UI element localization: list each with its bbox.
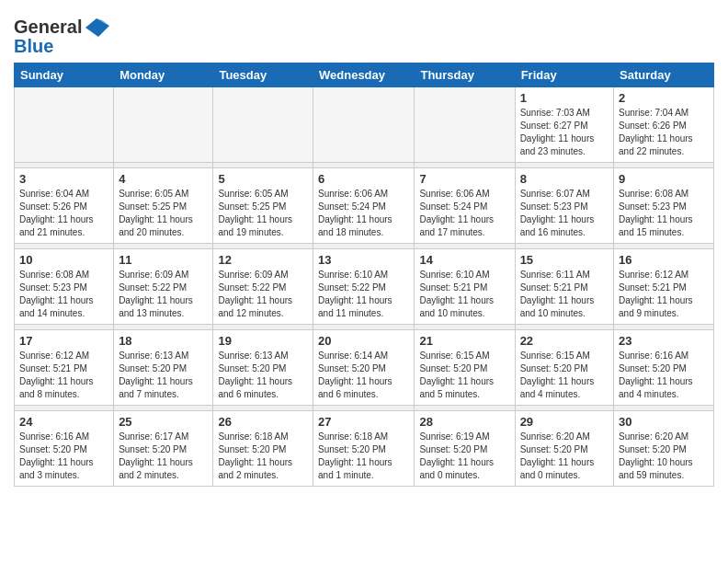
day-info: Sunrise: 6:05 AM Sunset: 5:25 PM Dayligh… <box>218 188 308 239</box>
day-info: Sunrise: 6:10 AM Sunset: 5:22 PM Dayligh… <box>318 269 409 320</box>
day-number: 17 <box>19 334 108 348</box>
calendar-cell: 18Sunrise: 6:13 AM Sunset: 5:20 PM Dayli… <box>114 330 213 406</box>
logo-bird-icon <box>85 18 109 37</box>
day-number: 26 <box>218 415 308 429</box>
calendar-cell: 2Sunrise: 7:04 AM Sunset: 6:26 PM Daylig… <box>614 87 714 163</box>
page: General Blue SundayMondayTuesdayWednesda… <box>0 0 728 496</box>
day-info: Sunrise: 6:13 AM Sunset: 5:20 PM Dayligh… <box>218 350 308 401</box>
calendar-cell: 23Sunrise: 6:16 AM Sunset: 5:20 PM Dayli… <box>614 330 714 406</box>
day-number: 18 <box>119 334 208 348</box>
calendar-cell: 16Sunrise: 6:12 AM Sunset: 5:21 PM Dayli… <box>614 249 714 325</box>
calendar-header-monday: Monday <box>114 63 213 87</box>
day-info: Sunrise: 6:18 AM Sunset: 5:20 PM Dayligh… <box>218 431 308 482</box>
day-number: 10 <box>19 253 108 267</box>
calendar-cell: 21Sunrise: 6:15 AM Sunset: 5:20 PM Dayli… <box>415 330 515 406</box>
calendar-cell: 15Sunrise: 6:11 AM Sunset: 5:21 PM Dayli… <box>515 249 613 325</box>
day-info: Sunrise: 6:05 AM Sunset: 5:25 PM Dayligh… <box>119 188 208 239</box>
day-info: Sunrise: 6:14 AM Sunset: 5:20 PM Dayligh… <box>318 350 409 401</box>
day-number: 4 <box>119 172 208 186</box>
calendar-cell: 17Sunrise: 6:12 AM Sunset: 5:21 PM Dayli… <box>15 330 114 406</box>
calendar-cell: 26Sunrise: 6:18 AM Sunset: 5:20 PM Dayli… <box>213 411 313 487</box>
calendar-cell <box>114 87 213 163</box>
day-number: 14 <box>419 253 509 267</box>
day-number: 12 <box>218 253 308 267</box>
day-info: Sunrise: 6:12 AM Sunset: 5:21 PM Dayligh… <box>619 269 709 320</box>
calendar-cell: 12Sunrise: 6:09 AM Sunset: 5:22 PM Dayli… <box>213 249 313 325</box>
day-number: 22 <box>520 334 609 348</box>
day-number: 28 <box>419 415 509 429</box>
day-info: Sunrise: 6:10 AM Sunset: 5:21 PM Dayligh… <box>419 269 509 320</box>
calendar-table: SundayMondayTuesdayWednesdayThursdayFrid… <box>14 63 714 487</box>
calendar-header-friday: Friday <box>515 63 613 87</box>
calendar-week-5: 24Sunrise: 6:16 AM Sunset: 5:20 PM Dayli… <box>15 411 714 487</box>
day-number: 30 <box>619 415 709 429</box>
logo-general: General <box>14 17 82 38</box>
day-info: Sunrise: 6:20 AM Sunset: 5:20 PM Dayligh… <box>520 431 609 482</box>
calendar-header-sunday: Sunday <box>15 63 114 87</box>
day-info: Sunrise: 6:17 AM Sunset: 5:20 PM Dayligh… <box>119 431 208 482</box>
calendar-cell: 14Sunrise: 6:10 AM Sunset: 5:21 PM Dayli… <box>415 249 515 325</box>
calendar-cell <box>415 87 515 163</box>
calendar-cell: 4Sunrise: 6:05 AM Sunset: 5:25 PM Daylig… <box>114 168 213 244</box>
calendar-week-4: 17Sunrise: 6:12 AM Sunset: 5:21 PM Dayli… <box>15 330 714 406</box>
calendar-cell: 3Sunrise: 6:04 AM Sunset: 5:26 PM Daylig… <box>15 168 114 244</box>
calendar-cell: 9Sunrise: 6:08 AM Sunset: 5:23 PM Daylig… <box>614 168 714 244</box>
calendar-cell: 20Sunrise: 6:14 AM Sunset: 5:20 PM Dayli… <box>313 330 415 406</box>
logo-blue: Blue <box>14 36 53 57</box>
day-info: Sunrise: 6:15 AM Sunset: 5:20 PM Dayligh… <box>419 350 509 401</box>
day-info: Sunrise: 6:16 AM Sunset: 5:20 PM Dayligh… <box>19 431 108 482</box>
calendar-cell: 24Sunrise: 6:16 AM Sunset: 5:20 PM Dayli… <box>15 411 114 487</box>
calendar-header-thursday: Thursday <box>415 63 515 87</box>
logo: General Blue <box>14 17 109 57</box>
calendar-cell: 30Sunrise: 6:20 AM Sunset: 5:20 PM Dayli… <box>614 411 714 487</box>
calendar-cell: 25Sunrise: 6:17 AM Sunset: 5:20 PM Dayli… <box>114 411 213 487</box>
day-number: 1 <box>520 91 609 105</box>
day-number: 13 <box>318 253 409 267</box>
day-info: Sunrise: 6:13 AM Sunset: 5:20 PM Dayligh… <box>119 350 208 401</box>
day-number: 5 <box>218 172 308 186</box>
calendar-cell: 22Sunrise: 6:15 AM Sunset: 5:20 PM Dayli… <box>515 330 613 406</box>
day-number: 23 <box>619 334 709 348</box>
calendar-cell: 27Sunrise: 6:18 AM Sunset: 5:20 PM Dayli… <box>313 411 415 487</box>
day-info: Sunrise: 6:11 AM Sunset: 5:21 PM Dayligh… <box>520 269 609 320</box>
calendar-week-3: 10Sunrise: 6:08 AM Sunset: 5:23 PM Dayli… <box>15 249 714 325</box>
day-number: 19 <box>218 334 308 348</box>
day-number: 24 <box>19 415 108 429</box>
calendar-header-wednesday: Wednesday <box>313 63 415 87</box>
calendar-cell: 5Sunrise: 6:05 AM Sunset: 5:25 PM Daylig… <box>213 168 313 244</box>
calendar-cell: 29Sunrise: 6:20 AM Sunset: 5:20 PM Dayli… <box>515 411 613 487</box>
day-info: Sunrise: 7:04 AM Sunset: 6:26 PM Dayligh… <box>619 107 709 158</box>
day-number: 11 <box>119 253 208 267</box>
day-info: Sunrise: 6:06 AM Sunset: 5:24 PM Dayligh… <box>419 188 509 239</box>
calendar-header-tuesday: Tuesday <box>213 63 313 87</box>
calendar-cell: 28Sunrise: 6:19 AM Sunset: 5:20 PM Dayli… <box>415 411 515 487</box>
day-number: 8 <box>520 172 609 186</box>
day-number: 9 <box>619 172 709 186</box>
day-info: Sunrise: 7:03 AM Sunset: 6:27 PM Dayligh… <box>520 107 609 158</box>
day-info: Sunrise: 6:12 AM Sunset: 5:21 PM Dayligh… <box>19 350 108 401</box>
day-number: 6 <box>318 172 409 186</box>
calendar-cell: 19Sunrise: 6:13 AM Sunset: 5:20 PM Dayli… <box>213 330 313 406</box>
day-number: 25 <box>119 415 208 429</box>
calendar-cell: 13Sunrise: 6:10 AM Sunset: 5:22 PM Dayli… <box>313 249 415 325</box>
calendar-week-1: 1Sunrise: 7:03 AM Sunset: 6:27 PM Daylig… <box>15 87 714 163</box>
day-info: Sunrise: 6:20 AM Sunset: 5:20 PM Dayligh… <box>619 431 709 482</box>
day-number: 7 <box>419 172 509 186</box>
day-info: Sunrise: 6:08 AM Sunset: 5:23 PM Dayligh… <box>619 188 709 239</box>
calendar-header-saturday: Saturday <box>614 63 714 87</box>
day-number: 15 <box>520 253 609 267</box>
day-info: Sunrise: 6:06 AM Sunset: 5:24 PM Dayligh… <box>318 188 409 239</box>
calendar-cell <box>213 87 313 163</box>
day-number: 2 <box>619 91 709 105</box>
day-number: 27 <box>318 415 409 429</box>
day-info: Sunrise: 6:09 AM Sunset: 5:22 PM Dayligh… <box>218 269 308 320</box>
day-info: Sunrise: 6:18 AM Sunset: 5:20 PM Dayligh… <box>318 431 409 482</box>
day-info: Sunrise: 6:04 AM Sunset: 5:26 PM Dayligh… <box>19 188 108 239</box>
day-number: 29 <box>520 415 609 429</box>
day-number: 21 <box>419 334 509 348</box>
day-info: Sunrise: 6:19 AM Sunset: 5:20 PM Dayligh… <box>419 431 509 482</box>
day-number: 20 <box>318 334 409 348</box>
day-info: Sunrise: 6:15 AM Sunset: 5:20 PM Dayligh… <box>520 350 609 401</box>
calendar-cell: 11Sunrise: 6:09 AM Sunset: 5:22 PM Dayli… <box>114 249 213 325</box>
calendar-cell: 7Sunrise: 6:06 AM Sunset: 5:24 PM Daylig… <box>415 168 515 244</box>
